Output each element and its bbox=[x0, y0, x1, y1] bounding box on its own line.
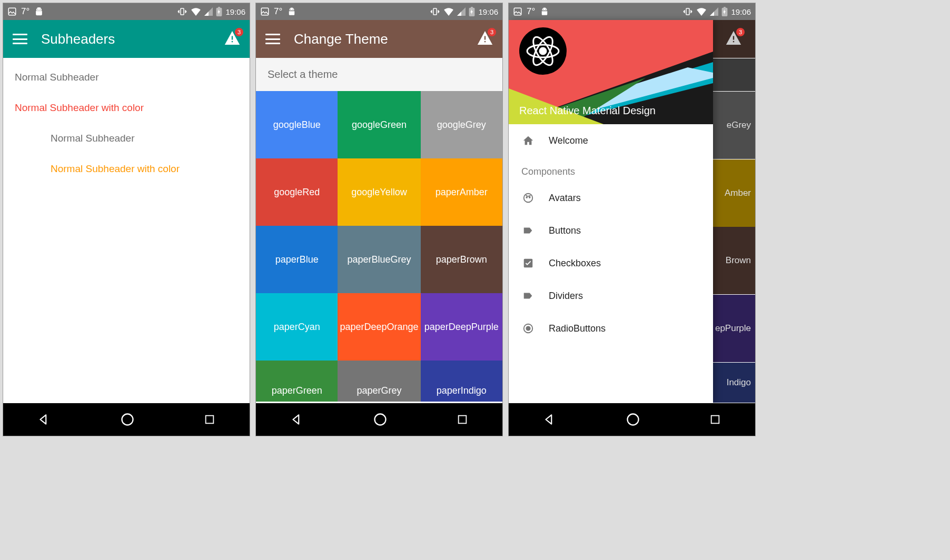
wifi-icon bbox=[696, 7, 707, 16]
warning-badge[interactable]: 3 bbox=[224, 31, 240, 47]
drawer-item-label: Checkboxes bbox=[549, 258, 601, 269]
warning-badge[interactable]: 3 bbox=[726, 31, 741, 47]
drawer-item-checkboxes[interactable]: Checkboxes bbox=[509, 247, 713, 279]
svg-point-10 bbox=[293, 9, 294, 10]
svg-point-9 bbox=[290, 9, 291, 10]
signal-icon bbox=[710, 7, 718, 16]
image-icon bbox=[260, 7, 270, 16]
back-icon[interactable] bbox=[37, 413, 51, 426]
menu-icon[interactable] bbox=[13, 34, 27, 44]
svg-rect-8 bbox=[261, 8, 269, 15]
badge-count: 3 bbox=[235, 28, 243, 36]
wifi-icon bbox=[443, 7, 454, 16]
temperature: 7° bbox=[274, 6, 282, 17]
theme-swatch-paperIndigo[interactable]: paperIndigo bbox=[421, 361, 502, 402]
theme-swatch-paperCyan[interactable]: paperCyan bbox=[256, 293, 338, 361]
back-icon[interactable] bbox=[290, 413, 304, 426]
vibrate-icon bbox=[177, 7, 187, 16]
drawer-item-label: Dividers bbox=[549, 291, 583, 302]
home-icon[interactable] bbox=[120, 412, 135, 427]
appbar-shadow: 3 bbox=[712, 20, 755, 58]
battery-icon bbox=[721, 7, 728, 16]
home-icon[interactable] bbox=[626, 412, 640, 427]
theme-swatch-googleGrey[interactable]: googleGrey bbox=[421, 91, 502, 158]
drawer-item-welcome[interactable]: Welcome bbox=[509, 124, 713, 157]
theme-swatch-paperDeepOrange[interactable]: paperDeepOrange bbox=[338, 293, 420, 361]
drawer-item-dividers[interactable]: Dividers bbox=[509, 279, 713, 312]
theme-swatch-paperGreen[interactable]: paperGreen bbox=[256, 361, 338, 402]
react-logo-icon bbox=[526, 34, 560, 68]
drawer-title: React Native Material Design bbox=[519, 105, 656, 117]
theme-swatch-paperBlue[interactable]: paperBlue bbox=[256, 226, 338, 293]
page-title: Subheaders bbox=[41, 31, 211, 47]
subheader-item: Normal Subheader bbox=[3, 62, 250, 93]
vibrate-icon bbox=[430, 7, 440, 16]
svg-point-34 bbox=[529, 197, 530, 198]
theme-swatch-googleGreen[interactable]: googleGreen bbox=[338, 91, 420, 158]
avatar bbox=[519, 27, 567, 75]
drawer-header: React Native Material Design bbox=[509, 20, 713, 124]
warning-badge[interactable]: 3 bbox=[477, 31, 493, 47]
theme-swatch-googleBlue[interactable]: googleBlue bbox=[256, 91, 338, 158]
svg-point-38 bbox=[627, 414, 638, 425]
svg-rect-20 bbox=[733, 36, 734, 39]
drawer-item-label: RadioButtons bbox=[549, 323, 606, 334]
svg-rect-15 bbox=[458, 416, 466, 424]
theme-swatch-googleYellow[interactable]: googleYellow bbox=[338, 158, 420, 226]
badge-count: 3 bbox=[736, 28, 745, 36]
svg-point-6 bbox=[122, 414, 133, 425]
recent-icon[interactable] bbox=[709, 414, 721, 425]
theme-grid: googleBluegoogleGreengoogleGreygoogleRed… bbox=[256, 91, 502, 402]
theme-swatch-paperGrey[interactable]: paperGrey bbox=[338, 361, 420, 402]
svg-rect-12 bbox=[484, 36, 486, 39]
theme-swatch-googleRed[interactable]: googleRed bbox=[256, 158, 338, 226]
nav-bar bbox=[509, 403, 755, 436]
home-icon[interactable] bbox=[373, 412, 388, 427]
signal-icon bbox=[457, 7, 466, 16]
drawer-item-label: Buttons bbox=[549, 225, 581, 236]
phone-subheaders: 7° 19:06 Subheaders 3 Normal SubheaderNo… bbox=[3, 3, 250, 436]
temperature: 7° bbox=[527, 6, 535, 17]
nav-bar bbox=[256, 403, 502, 436]
back-icon[interactable] bbox=[543, 413, 557, 426]
svg-point-33 bbox=[526, 197, 527, 198]
status-bar: 7° 19:06 bbox=[509, 3, 755, 20]
svg-rect-0 bbox=[8, 8, 16, 15]
status-bar: 7° 19:06 bbox=[256, 3, 502, 20]
drawer-item-avatars[interactable]: Avatars bbox=[509, 182, 713, 214]
clock: 19:06 bbox=[478, 7, 498, 16]
drawer-item-radiobuttons[interactable]: RadioButtons bbox=[509, 312, 713, 345]
theme-swatch-paperAmber[interactable]: paperAmber bbox=[421, 158, 502, 226]
theme-swatch-paperDeepPurple[interactable]: paperDeepPurple bbox=[421, 293, 502, 361]
status-bar: 7° 19:06 bbox=[3, 3, 250, 20]
home-icon bbox=[521, 135, 535, 146]
svg-rect-21 bbox=[733, 41, 734, 42]
vibrate-icon bbox=[682, 7, 693, 16]
recent-icon[interactable] bbox=[204, 414, 215, 425]
select-theme-label: Select a theme bbox=[256, 58, 502, 91]
subheader-item: Normal Subheader with color bbox=[3, 154, 250, 184]
svg-rect-16 bbox=[514, 8, 521, 15]
subheader-item: Normal Subheader bbox=[3, 123, 250, 154]
page-title: Change Theme bbox=[294, 31, 463, 47]
svg-point-28 bbox=[540, 48, 546, 54]
app-bar: Change Theme 3 bbox=[256, 20, 502, 58]
svg-point-14 bbox=[374, 414, 385, 425]
nav-bar bbox=[3, 403, 250, 436]
face-icon bbox=[521, 192, 535, 204]
svg-point-2 bbox=[40, 9, 41, 10]
drawer-item-buttons[interactable]: Buttons bbox=[509, 214, 713, 247]
menu-icon[interactable] bbox=[265, 34, 280, 44]
svg-point-37 bbox=[526, 326, 530, 330]
recent-icon[interactable] bbox=[457, 414, 468, 425]
label-icon bbox=[521, 225, 535, 236]
theme-swatch-paperBlueGrey[interactable]: paperBlueGrey bbox=[338, 226, 420, 293]
drawer-item-label: Welcome bbox=[549, 135, 588, 146]
android-icon bbox=[34, 7, 44, 16]
svg-point-18 bbox=[546, 9, 547, 10]
navigation-drawer: React Native Material Design Welcome Com… bbox=[509, 20, 713, 403]
theme-swatch-paperBrown[interactable]: paperBrown bbox=[421, 226, 502, 293]
drawer-section-label: Components bbox=[509, 157, 713, 182]
clock: 19:06 bbox=[225, 7, 245, 16]
battery-icon bbox=[469, 7, 475, 16]
